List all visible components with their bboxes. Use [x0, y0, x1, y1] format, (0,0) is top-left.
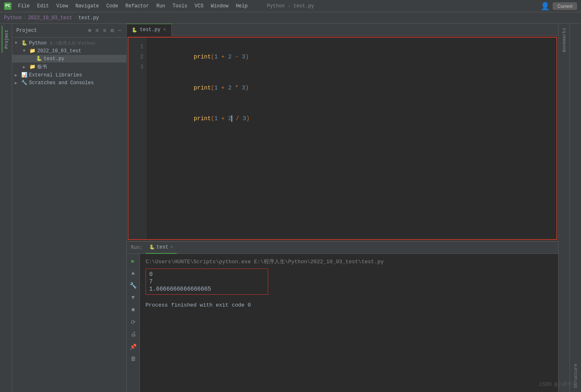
menu-window[interactable]: Window	[208, 2, 232, 10]
app-logo: PC	[4, 2, 11, 10]
title-bar: PC File Edit View Navigate Code Refactor…	[0, 0, 581, 12]
breadcrumb-project[interactable]: 2022_10_03_test	[28, 15, 72, 21]
tree-folder-test[interactable]: ▼ 📁 2022_10_03_test	[12, 47, 126, 55]
menu-view[interactable]: View	[53, 2, 72, 10]
run-trash-btn[interactable]: 🗑	[129, 354, 138, 363]
breadcrumb: Python › 2022_10_03_test › test.py	[0, 12, 581, 24]
breadcrumb-file[interactable]: test.py	[79, 15, 99, 21]
panel-header: Project ⊕ ≡ ≡ ⚙ −	[12, 24, 126, 38]
editor-tab-testpy[interactable]: 🐍 test.py ×	[127, 24, 172, 36]
code-line-1: print(1 + 2 - 3)	[153, 42, 552, 73]
tree-arrow-test: ▼	[23, 49, 28, 53]
tree-folder-label: 2022_10_03_test	[37, 48, 81, 54]
tree-arrow-scratches: ▶	[15, 81, 20, 85]
bookmarks-label[interactable]: Bookmarks	[562, 28, 567, 52]
tree-root-python[interactable]: ▼ 🐍 Python E:\程序人生\Python	[12, 39, 126, 47]
run-down-btn[interactable]: ▼	[129, 293, 138, 302]
breadcrumb-sep-1: ›	[23, 15, 26, 21]
structure-panel: Structure	[570, 24, 581, 392]
panel-collapse-icon[interactable]: ≡	[94, 27, 99, 35]
spacer	[146, 298, 552, 302]
panel-expand-icon[interactable]: ≡	[102, 27, 107, 35]
run-rerun-btn[interactable]: ⟳	[129, 318, 138, 327]
folder-icon: 📁	[29, 48, 36, 54]
breadcrumb-sep-2: ›	[74, 15, 76, 21]
tab-close-btn[interactable]: ×	[163, 27, 166, 33]
run-wrench-btn[interactable]: 🔧	[129, 281, 138, 290]
run-pin-btn[interactable]: 📌	[129, 342, 138, 351]
run-tab-label: test	[157, 244, 168, 250]
tab-icon-python: 🐍	[132, 27, 137, 33]
run-output: C:\Users\HUNTE\Scripts\python.exe E:\程序人…	[140, 254, 558, 392]
line-num-2: 2	[128, 52, 144, 62]
run-label: Run:	[131, 245, 143, 251]
run-result-line-3: 1.6666666666666665	[146, 285, 268, 293]
tree-arrow-bangshu: ▶	[23, 65, 28, 69]
code-func-1: print	[194, 54, 211, 60]
tree-file-label: test.py	[44, 56, 64, 62]
code-content[interactable]: print(1 + 2 - 3) print(1 + 2 * 3) print(…	[147, 38, 556, 239]
panel-locate-icon[interactable]: ⊕	[87, 26, 92, 35]
code-line-3: print(1 + 2 / 3)	[153, 103, 552, 134]
menu-file[interactable]: File	[15, 2, 33, 10]
menu-refactor[interactable]: Refactor	[122, 2, 153, 10]
menu-help[interactable]: Help	[233, 2, 251, 10]
bookmarks-panel: Bookmarks	[558, 24, 570, 392]
run-up-btn[interactable]: ▲	[129, 269, 138, 278]
project-panel: Project ⊕ ≡ ≡ ⚙ − ▼ 🐍 Python E:\程序人生\Pyt…	[12, 24, 127, 392]
panel-title: Project	[16, 28, 85, 34]
line-numbers: 1 2 3	[128, 38, 147, 239]
user-icon[interactable]: 👤	[541, 2, 550, 11]
code-func-3: print	[194, 115, 211, 122]
python-icon: 🐍	[21, 40, 27, 46]
run-header: Run: 🐍 test ×	[127, 242, 558, 254]
tree-extlib-label: External Libraries	[29, 72, 82, 78]
run-tab-test[interactable]: 🐍 test ×	[146, 242, 177, 254]
testpy-icon: 🐍	[36, 56, 42, 62]
run-toolbar: ▶ ▲ 🔧 ▼ ■ ⟳ 🖨 📌 🗑	[127, 254, 140, 392]
tree-folder-bangshu[interactable]: ▶ 📁 板书	[12, 63, 126, 71]
menu-edit[interactable]: Edit	[34, 2, 52, 10]
left-sidebar-tabs: Project	[0, 24, 12, 392]
title-right: 👤 Current	[541, 2, 577, 11]
run-content-area: ▶ ▲ 🔧 ▼ ■ ⟳ 🖨 📌 🗑 C:\Users\HUNTE\Scripts…	[127, 254, 558, 392]
breadcrumb-python[interactable]: Python	[4, 15, 22, 21]
window-title: Python - test.py	[267, 3, 314, 9]
run-tab-close[interactable]: ×	[170, 244, 173, 251]
project-tree: ▼ 🐍 Python E:\程序人生\Python ▼ 📁 2022_10_03…	[12, 38, 126, 392]
menu-vcs[interactable]: VCS	[191, 2, 207, 10]
tree-arrow-extlib: ▶	[15, 73, 20, 78]
tree-scratches[interactable]: ▶ 🔧 Scratches and Consoles	[12, 79, 126, 87]
run-result-line-2: 7	[146, 278, 268, 285]
run-tab-icon: 🐍	[149, 244, 155, 250]
run-stop-btn[interactable]: ■	[129, 305, 138, 314]
menu-run[interactable]: Run	[153, 2, 168, 10]
run-exit-message: Process finished with exit code 0	[146, 302, 552, 308]
tree-file-testpy[interactable]: 🐍 test.py	[12, 55, 126, 63]
tree-root-label: Python	[29, 40, 47, 46]
menu-tools[interactable]: Tools	[169, 2, 191, 10]
code-line-2: print(1 + 2 * 3)	[153, 73, 552, 104]
tree-bangshu-label: 板书	[37, 63, 47, 70]
bangshu-icon: 📁	[29, 64, 36, 70]
tree-external-libs[interactable]: ▶ 📊 External Libraries	[12, 71, 126, 79]
main-area: Project Project ⊕ ≡ ≡ ⚙ − ▼ 🐍 Python E:\…	[0, 24, 581, 392]
tree-scratches-label: Scratches and Consoles	[29, 80, 94, 86]
editor-area: 🐍 test.py × 1 2 3 print(1 + 2 - 3) print…	[127, 24, 558, 241]
sidebar-tab-project[interactable]: Project	[2, 26, 11, 53]
panel-settings-icon[interactable]: ⚙	[110, 26, 114, 35]
run-print-btn[interactable]: 🖨	[129, 330, 138, 339]
current-button[interactable]: Current	[553, 2, 577, 10]
code-editor[interactable]: 1 2 3 print(1 + 2 - 3) print(1 + 2 * 3) …	[128, 37, 557, 240]
line-num-1: 1	[128, 42, 144, 52]
run-play-btn[interactable]: ▶	[129, 256, 138, 265]
tree-root-path: E:\程序人生\Python	[50, 40, 95, 46]
run-panel: Run: 🐍 test × ▶ ▲ 🔧 ▼ ■ ⟳ 🖨 📌 🗑	[127, 241, 558, 392]
menu-navigate[interactable]: Navigate	[72, 2, 102, 10]
panel-hide-icon[interactable]: −	[117, 27, 122, 35]
extlib-icon: 📊	[21, 72, 27, 78]
editor-tab-bar: 🐍 test.py ×	[127, 24, 558, 36]
menu-code[interactable]: Code	[103, 2, 121, 10]
tab-label: test.py	[140, 27, 160, 33]
run-result-box: 0 7 1.6666666666666665	[146, 269, 268, 295]
